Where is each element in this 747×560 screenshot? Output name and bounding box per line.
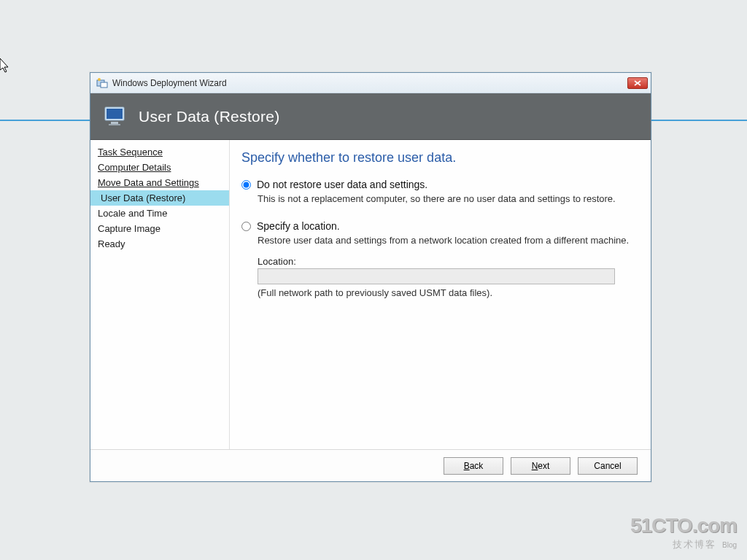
svg-rect-5 <box>111 122 118 124</box>
watermark-logo: 51CTO.com <box>630 514 737 537</box>
svg-rect-4 <box>107 109 123 119</box>
app-icon <box>96 77 108 89</box>
radio-specify-location[interactable] <box>241 222 251 231</box>
option1-desc: This is not a replacement computer, so t… <box>258 193 632 204</box>
svg-rect-1 <box>101 82 107 88</box>
option2-desc: Restore user data and settings from a ne… <box>258 235 632 246</box>
back-button[interactable]: Back <box>444 457 503 475</box>
content-heading: Specify whether to restore user data. <box>241 150 632 166</box>
sidebar-item-capture-image: Capture Image <box>90 221 229 236</box>
location-hint: (Full network path to previously saved U… <box>258 287 632 298</box>
sidebar-item-user-data-restore[interactable]: User Data (Restore) <box>90 190 229 206</box>
location-label: Location: <box>258 256 632 267</box>
page-title: User Data (Restore) <box>139 108 280 125</box>
watermark-subtitle: 技术博客 <box>673 539 716 550</box>
header-band: User Data (Restore) <box>90 93 651 140</box>
sidebar-item-locale-time: Locale and Time <box>90 206 229 221</box>
monitor-icon <box>104 106 128 128</box>
close-icon <box>634 80 641 86</box>
svg-rect-6 <box>109 124 120 125</box>
sidebar-item-computer-details[interactable]: Computer Details <box>90 160 229 175</box>
watermark-tag: Blog <box>722 541 737 549</box>
content-panel: Specify whether to restore user data. Do… <box>230 140 651 449</box>
sidebar-item-task-sequence[interactable]: Task Sequence <box>90 144 229 160</box>
radio-do-not-restore[interactable] <box>241 180 251 190</box>
radio-do-not-restore-label[interactable]: Do not restore user data and settings. <box>257 179 427 190</box>
location-input <box>258 268 615 284</box>
window-title: Windows Deployment Wizard <box>112 78 227 88</box>
cancel-button[interactable]: Cancel <box>578 457 638 475</box>
titlebar[interactable]: Windows Deployment Wizard <box>90 73 651 93</box>
radio-specify-location-label[interactable]: Specify a location. <box>257 220 340 232</box>
footer: Back Next Cancel <box>90 449 651 481</box>
close-button[interactable] <box>627 77 648 89</box>
cursor-icon <box>0 58 12 74</box>
watermark: 51CTO.com 技术博客 Blog <box>630 514 737 551</box>
sidebar-item-move-data[interactable]: Move Data and Settings <box>90 175 229 190</box>
wizard-window: Windows Deployment Wizard User Data (Res… <box>90 72 651 482</box>
svg-point-2 <box>98 78 101 81</box>
sidebar-item-ready: Ready <box>90 236 229 252</box>
next-button[interactable]: Next <box>511 457 570 475</box>
sidebar: Task Sequence Computer Details Move Data… <box>90 140 230 449</box>
